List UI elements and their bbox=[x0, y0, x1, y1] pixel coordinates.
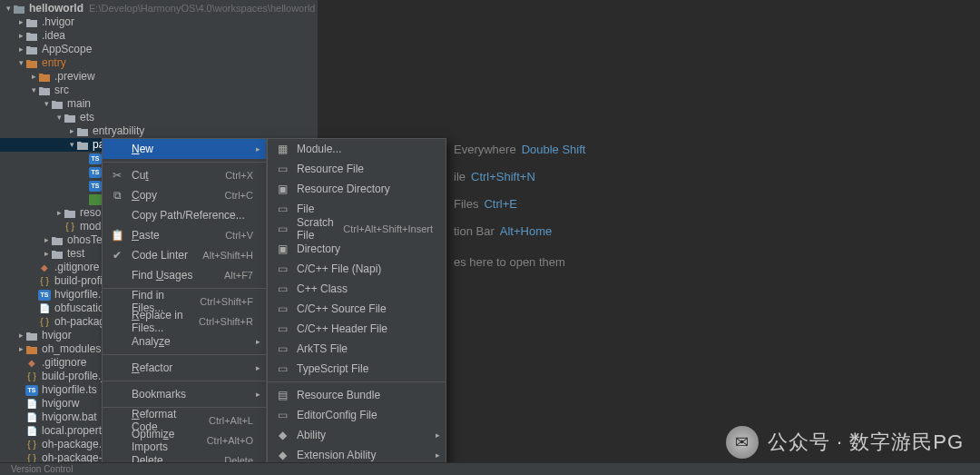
ts-file-icon: TS bbox=[89, 166, 102, 179]
new-scratch-file[interactable]: ▭Scratch FileCtrl+Alt+Shift+Insert bbox=[268, 219, 446, 239]
tree-item-label: hvigorw bbox=[42, 397, 79, 411]
folder-icon bbox=[25, 30, 38, 43]
menu-label: C++ Class bbox=[297, 282, 433, 295]
tree-item-label: ets bbox=[80, 111, 94, 124]
file-icon: 📄 bbox=[25, 411, 38, 424]
new-c-class[interactable]: ▭C++ Class bbox=[268, 279, 446, 299]
welcome-line: tion BarAlt+Home bbox=[454, 218, 944, 245]
tree-item-label: entryability bbox=[93, 124, 144, 138]
file-icon: ▭ bbox=[275, 262, 289, 275]
menu-label: Paste bbox=[132, 229, 218, 242]
ctx-optimize-imports[interactable]: Optimize ImportsCtrl+Alt+O bbox=[103, 430, 266, 450]
new-directory[interactable]: ▣Directory bbox=[268, 239, 446, 259]
new-ability[interactable]: ◆Ability▸ bbox=[268, 425, 446, 445]
new-typescript-file[interactable]: ▭TypeScript File bbox=[268, 359, 446, 379]
submenu-arrow-icon: ▸ bbox=[256, 144, 260, 153]
ctx-analyze[interactable]: Analyze▸ bbox=[103, 332, 266, 351]
tree-item-entryability[interactable]: ▸entryability bbox=[0, 124, 318, 138]
ctx-replace-in-files[interactable]: Replace in Files...Ctrl+Shift+R bbox=[103, 312, 266, 332]
ts-file-icon: TS bbox=[89, 153, 102, 165]
menu-label: New bbox=[132, 143, 253, 155]
tree-root[interactable]: ▾ helloworld E:\Develop\HarmonyOS\4.0\wo… bbox=[0, 2, 318, 15]
menu-label: Resource File bbox=[297, 163, 433, 175]
module-icon: ▦ bbox=[275, 143, 289, 155]
menu-label: Replace in Files... bbox=[132, 309, 191, 334]
new-arkts-file[interactable]: ▭ArkTS File bbox=[268, 339, 446, 359]
menu-label: C/C++ File (Napi) bbox=[297, 262, 433, 275]
welcome-shortcut: Alt+Home bbox=[500, 224, 552, 238]
ctx-refactor[interactable]: Refactor▸ bbox=[103, 358, 266, 378]
menu-separator bbox=[103, 354, 266, 355]
ability-icon: ◆ bbox=[275, 429, 289, 441]
chevron-down-icon: ▾ bbox=[4, 2, 13, 15]
new-resource-bundle[interactable]: ▤Resource Bundle bbox=[268, 385, 446, 405]
folder-icon bbox=[25, 343, 38, 356]
chevron-right-icon: ▸ bbox=[29, 70, 38, 84]
new-resource-file[interactable]: ▭Resource File bbox=[268, 159, 446, 179]
ts-file-icon: TS bbox=[25, 384, 38, 397]
new-c-c-header-file[interactable]: ▭C/C++ Header File bbox=[268, 319, 446, 339]
folder-icon bbox=[25, 330, 38, 342]
ctx-copy[interactable]: ⧉CopyCtrl+C bbox=[103, 185, 266, 205]
ctx-bookmarks[interactable]: Bookmarks▸ bbox=[103, 384, 266, 404]
gitignore-icon: ◆ bbox=[25, 357, 38, 370]
welcome-drop-hint: es here to open them bbox=[454, 249, 944, 276]
status-bar: Version Control bbox=[0, 462, 980, 475]
menu-separator bbox=[268, 381, 446, 382]
file-icon: 📄 bbox=[25, 398, 38, 411]
tree-item-idea[interactable]: ▸.idea bbox=[0, 29, 318, 43]
tree-item-main[interactable]: ▾main bbox=[0, 97, 318, 111]
file-icon: ▭ bbox=[275, 342, 289, 355]
tree-item-label: AppScope bbox=[42, 43, 92, 56]
new-submenu[interactable]: ▦Module...▭Resource File▣Resource Direct… bbox=[267, 138, 446, 475]
root-path: E:\Develop\HarmonyOS\4.0\workspaces\hell… bbox=[89, 2, 315, 15]
tree-item-hvigor[interactable]: ▸.hvigor bbox=[0, 15, 318, 29]
tree-item-ets[interactable]: ▾ets bbox=[0, 111, 318, 124]
copy-icon: ⧉ bbox=[110, 189, 124, 202]
menu-shortcut: Ctrl+Shift+R bbox=[199, 316, 253, 327]
chevron-right-icon: ▸ bbox=[16, 43, 25, 56]
bundle-icon: ▤ bbox=[275, 389, 289, 401]
context-menu[interactable]: New▸✂CutCtrl+X⧉CopyCtrl+CCopy Path/Refer… bbox=[102, 138, 267, 475]
ctx-find-usages[interactable]: Find UsagesAlt+F7 bbox=[103, 265, 266, 285]
ctx-paste[interactable]: 📋PasteCtrl+V bbox=[103, 225, 266, 245]
ctx-cut[interactable]: ✂CutCtrl+X bbox=[103, 165, 266, 185]
welcome-shortcut: Double Shift bbox=[522, 143, 586, 156]
ctx-code-linter[interactable]: ✔Code LinterAlt+Shift+H bbox=[103, 245, 266, 265]
ctx-new[interactable]: New▸ bbox=[103, 139, 266, 159]
file-icon: ▭ bbox=[275, 223, 289, 235]
new-c-c-file-napi[interactable]: ▭C/C++ File (Napi) bbox=[268, 259, 446, 279]
tree-item-src[interactable]: ▾src bbox=[0, 84, 318, 97]
new-resource-directory[interactable]: ▣Resource Directory bbox=[268, 179, 446, 199]
menu-label: Analyze bbox=[132, 335, 253, 348]
tree-item-label: src bbox=[54, 84, 69, 97]
new-editorconfig-file[interactable]: ▭EditorConfig File bbox=[268, 405, 446, 425]
welcome-text: Everywhere bbox=[454, 143, 516, 156]
menu-label: Resource Directory bbox=[297, 183, 433, 195]
welcome-line: FilesCtrl+E bbox=[454, 191, 944, 218]
tree-item-label: .hvigor bbox=[42, 15, 74, 29]
tree-item-preview[interactable]: ▸.preview bbox=[0, 70, 318, 84]
tree-item-appscope[interactable]: ▸AppScope bbox=[0, 43, 318, 56]
file-icon: ▭ bbox=[275, 302, 289, 315]
menu-label: Scratch File bbox=[297, 216, 336, 242]
menu-separator bbox=[103, 162, 266, 163]
submenu-arrow-icon: ▸ bbox=[436, 430, 440, 440]
root-name: helloworld bbox=[29, 2, 83, 15]
file-icon: ▭ bbox=[275, 362, 289, 375]
linter-icon: ✔ bbox=[110, 249, 124, 262]
tree-item-entry[interactable]: ▾entry bbox=[0, 56, 318, 70]
folder-icon bbox=[76, 139, 89, 152]
new-file[interactable]: ▭File bbox=[268, 199, 446, 219]
json-file-icon: { } bbox=[38, 275, 51, 288]
watermark-text: 公众号 · 数字游民PG bbox=[768, 429, 964, 456]
chevron-right-icon: ▸ bbox=[54, 206, 64, 220]
gitignore-icon: ◆ bbox=[38, 262, 51, 274]
ctx-copy-path-reference[interactable]: Copy Path/Reference... bbox=[103, 205, 266, 225]
watermark: ✉ 公众号 · 数字游民PG bbox=[726, 426, 964, 459]
new-module[interactable]: ▦Module... bbox=[268, 139, 446, 159]
submenu-arrow-icon: ▸ bbox=[256, 390, 260, 399]
new-c-c-source-file[interactable]: ▭C/C++ Source File bbox=[268, 299, 446, 319]
menu-label: Copy bbox=[132, 189, 218, 202]
json-file-icon: { } bbox=[25, 439, 38, 451]
